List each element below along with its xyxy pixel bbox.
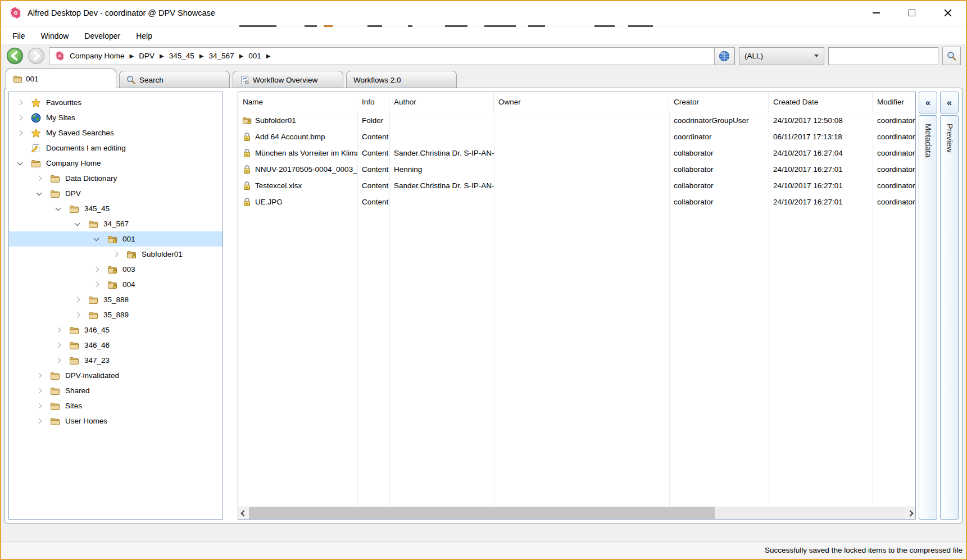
back-button[interactable] [6,47,24,65]
breadcrumb: Company Home▶DPV▶345_45▶34_567▶001▶ [70,52,275,60]
tab-001[interactable]: 001 [6,69,116,88]
scrollbar-thumb[interactable] [249,507,715,519]
tree-item[interactable]: Data Dictionary [9,171,223,186]
column-header-created-date[interactable]: Created Date [769,92,873,112]
tab-workflow-overview[interactable]: Workflow Overview [233,71,343,88]
tree-item[interactable]: Subfolder01 [9,247,223,262]
tree-item[interactable]: 346_45 [9,322,223,338]
preview-panel: « Preview [940,92,959,520]
search-input[interactable] [828,47,938,65]
tree-item[interactable]: 347_23 [9,353,223,368]
expander-collapsed-icon[interactable] [35,374,43,377]
tree-item-label: My Sites [46,113,75,122]
expander-expanded-icon[interactable] [73,223,81,225]
metadata-expand-button[interactable]: « [919,92,937,113]
breadcrumb-separator-icon: ▶ [160,53,164,59]
minimize-button[interactable] [858,1,894,25]
tab-search[interactable]: Search [119,71,230,88]
close-button[interactable] [930,1,966,25]
tree-item[interactable]: My Saved Searches [9,125,223,140]
menu-item-developer[interactable]: Developer [76,28,128,44]
expander-collapsed-icon[interactable] [92,267,101,271]
cell-creator: collaborator [669,194,769,210]
expander-collapsed-icon[interactable] [54,358,62,362]
global-view-button[interactable] [714,47,734,65]
expander-collapsed-icon[interactable] [16,116,24,120]
table-row[interactable]: UE.JPGContentcollaborator24/10/2017 16:2… [238,194,915,210]
column-header-owner[interactable]: Owner [494,92,669,112]
tree-item[interactable]: User Homes [9,413,223,429]
horizontal-scrollbar[interactable] [238,507,915,519]
tree-item[interactable]: My Sites [9,110,223,125]
tree-item[interactable]: DPV [9,186,223,201]
tree-item[interactable]: 004 [9,277,223,292]
breadcrumb-item[interactable]: 34_567 [208,52,234,60]
expander-collapsed-icon[interactable] [73,313,81,317]
table-row[interactable]: München als Vorreiter im Klimas...Conten… [238,145,915,161]
search-button[interactable] [942,47,961,65]
menu-item-window[interactable]: Window [33,28,77,44]
breadcrumb-item[interactable]: 001 [248,52,261,60]
scrollbar-track[interactable] [249,507,905,519]
tree-item[interactable]: 003 [9,262,223,277]
column-header-creator[interactable]: Creator [669,92,769,112]
tree-item[interactable]: Sites [9,398,223,413]
expander-collapsed-icon[interactable] [35,389,43,393]
expander-expanded-icon[interactable] [92,238,101,240]
tree-item[interactable]: 35_888 [9,292,223,307]
table-row[interactable]: Add 64 Account.bmpContentcoordinator06/1… [238,129,915,145]
tree-item[interactable]: 34_567 [9,216,223,231]
filter-dropdown[interactable]: (ALL) [739,47,824,65]
forward-button[interactable] [28,47,45,65]
expander-expanded-icon[interactable] [35,193,43,195]
tree-item[interactable]: Favourites [9,95,223,110]
tree-item[interactable]: Company Home [9,156,223,171]
tree-item[interactable]: Shared [9,383,223,398]
tree-item[interactable]: 346_46 [9,338,223,353]
expander-expanded-icon[interactable] [54,208,62,210]
tree-item[interactable]: Documents I am editing [9,140,223,156]
expander-collapsed-icon[interactable] [54,328,62,332]
expander-collapsed-icon[interactable] [92,283,101,286]
table-row[interactable]: NNUV-20170505-0004_0003_...ContentHennin… [238,161,915,177]
lock-icon [242,148,252,158]
expander-collapsed-icon[interactable] [35,419,43,423]
column-header-info[interactable]: Info [357,92,389,112]
tab-workflows-2-0[interactable]: Workflows 2.0 [346,71,457,88]
tree-item[interactable]: 001 [9,231,223,247]
metadata-panel-label[interactable]: Metadata [919,115,937,520]
maximize-button[interactable] [894,1,930,25]
tree-item-label: Favourites [46,98,81,107]
menu-item-help[interactable]: Help [128,28,160,44]
tree-item[interactable]: 345_45 [9,201,223,216]
expander-collapsed-icon[interactable] [54,343,62,347]
cell-created-date: 24/10/2017 16:27:01 [769,161,873,177]
expander-collapsed-icon[interactable] [35,176,43,180]
expander-collapsed-icon[interactable] [111,252,120,256]
table-row[interactable]: Subfolder01FoldercoodrinatorGroupUser24/… [238,112,915,129]
expander-collapsed-icon[interactable] [16,131,24,135]
title-bar: Alfred Desktop Dev - coordinator @ DPV S… [1,1,966,25]
menu-item-file[interactable]: File [4,28,33,44]
preview-panel-label[interactable]: Preview [940,115,959,520]
expander-collapsed-icon[interactable] [73,298,81,302]
expander-expanded-icon[interactable] [16,162,24,165]
expander-collapsed-icon[interactable] [16,101,24,104]
scroll-right-button[interactable] [905,507,915,519]
table-row[interactable]: Testexcel.xlsxContentSander.Christina Dr… [238,177,915,194]
panel-splitter[interactable] [223,92,238,520]
column-header-modifier[interactable]: Modifier [873,92,915,112]
column-header-name[interactable]: Name [238,92,357,112]
preview-expand-button[interactable]: « [940,92,959,113]
breadcrumb-item[interactable]: DPV [139,52,155,60]
breadcrumb-item[interactable]: 345_45 [169,52,194,60]
expander-collapsed-icon[interactable] [35,404,43,408]
breadcrumb-item[interactable]: Company Home [70,52,125,60]
scroll-left-button[interactable] [238,507,249,519]
column-header-author[interactable]: Author [389,92,494,112]
tree-item[interactable]: 35_889 [9,307,223,322]
tree-item[interactable]: DPV-invalidated [9,368,223,383]
cell-creator: collaborator [669,145,769,161]
chevron-left-icon [240,510,247,516]
cell-created-date: 24/10/2017 16:27:01 [769,194,873,210]
